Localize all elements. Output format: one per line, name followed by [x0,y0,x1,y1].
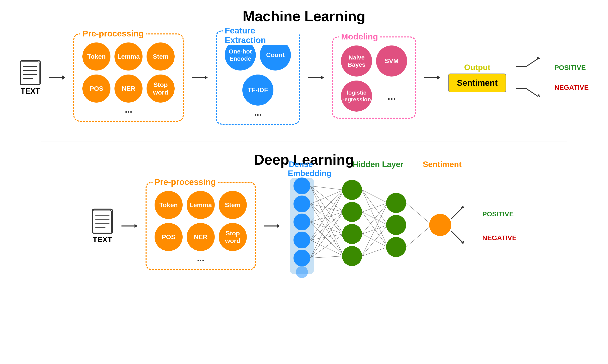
dl-node-ner: NER [187,223,215,251]
ml-node-stopword: Stopword [147,75,175,103]
ml-preprocessing-box: Pre-processing Token Lemma Stem POS NER … [73,33,184,122]
svg-marker-29 [277,224,280,228]
dl-section: Deep Learning TEXT Pre-pro [12,151,596,278]
svg-line-40 [310,186,344,256]
svg-line-50 [310,212,344,240]
svg-point-82 [386,237,406,257]
svg-line-18 [526,89,538,97]
ml-doc-icon [19,60,41,86]
dl-preprocessing-dots: ... [197,253,204,263]
ml-feature-bottom-row: TF-IDF [242,75,273,105]
ml-positive: POSITIVE [554,64,589,72]
svg-line-44 [310,204,344,256]
dl-nn-wrapper: DenseEmbedding Hidden Layer Sentiment [288,174,468,278]
ml-arrow5 [516,56,540,99]
dl-preprocessing-title: Pre-processing [152,177,218,187]
svg-line-37 [310,186,344,190]
svg-line-90 [451,231,463,243]
dl-node-token: Token [155,191,183,219]
dl-node-lemma: Lemma [187,191,215,219]
ml-feature-dots: ... [254,108,262,117]
dl-hidden-layer-label: Hidden Layer [328,160,428,169]
ml-text-label: TEXT [21,87,40,96]
svg-point-80 [386,193,406,213]
svg-marker-27 [135,224,137,228]
svg-line-45 [310,190,344,222]
svg-marker-13 [437,76,440,79]
dl-arrow2 [264,223,280,229]
ml-preprocessing-title: Pre-processing [80,29,146,39]
svg-point-33 [294,214,310,230]
svg-point-62 [342,202,362,222]
svg-line-49 [310,190,344,240]
dl-node-pos: POS [155,223,183,251]
ml-outcomes: POSITIVE NEGATIVE [554,64,589,91]
dl-outcomes: POSITIVE NEGATIVE [482,210,517,242]
svg-point-35 [294,250,310,266]
svg-point-34 [294,232,310,248]
dl-preprocessing-grid: Token Lemma Stem POS NER Stopword [155,191,247,251]
dl-doc-icon [91,208,113,234]
dl-sentiment-label: Sentiment [422,160,462,169]
ml-arrow4 [424,75,440,80]
ml-node-tfidf: TF-IDF [242,75,273,105]
ml-node-naivebayes: NaiveBayes [341,45,372,77]
svg-point-64 [342,246,362,266]
ml-negative: NEGATIVE [554,84,589,91]
svg-line-65 [362,190,388,203]
ml-feature-title: Feature Extraction [223,26,299,45]
ml-output-title: Output [464,63,490,72]
svg-line-56 [310,256,344,258]
dl-text-label: TEXT [93,235,112,244]
svg-point-87 [429,214,451,236]
ml-node-pos: POS [82,75,110,103]
dl-nn-svg [288,174,468,278]
ml-preprocessing-grid: Token Lemma Stem POS NER Stopword [82,42,175,103]
ml-modeling-dots2: ... [376,80,407,112]
ml-title: Machine Learning [243,8,365,25]
svg-rect-0 [20,61,40,85]
ml-branch-arrow-up [516,56,540,73]
ml-arrow1 [49,75,65,80]
section-separator [41,141,567,142]
ml-arrow2 [192,75,208,80]
ml-text-doc: TEXT [19,60,41,96]
dl-arrow1 [122,223,137,229]
ml-modeling-grid: NaiveBayes SVM logisticregression ... [341,45,407,112]
svg-marker-11 [321,76,324,79]
svg-line-53 [310,190,344,258]
svg-marker-9 [205,76,208,79]
ml-modeling-title: Modeling [339,32,380,41]
ml-output-box: Output Sentiment [448,63,506,92]
svg-marker-89 [461,206,464,208]
ml-node-ner: NER [114,75,143,103]
svg-point-63 [342,224,362,244]
dl-positive: POSITIVE [482,210,517,218]
svg-line-41 [310,190,344,204]
dl-diagram-row: TEXT Pre-processing Token Lemma Stem POS… [12,174,596,278]
ml-node-svm: SVM [376,45,407,77]
dl-negative: NEGATIVE [482,234,517,242]
dl-dense-embed-label: DenseEmbedding [288,160,314,178]
ml-modeling-box: Modeling NaiveBayes SVM logisticregressi… [332,37,416,119]
ml-arrow3 [308,75,324,80]
svg-marker-7 [62,76,65,79]
svg-line-55 [310,234,344,258]
svg-line-83 [406,203,432,225]
svg-line-85 [406,225,432,247]
ml-node-lemma: Lemma [114,42,143,70]
ml-feature-box: Feature Extraction One-hotEncode Count T… [216,30,300,125]
svg-point-31 [294,178,310,194]
ml-preprocessing-dots: ... [125,104,132,115]
svg-rect-20 [92,209,112,233]
ml-branch-arrow-down [516,82,540,99]
svg-line-39 [310,186,344,234]
svg-point-32 [294,195,310,212]
ml-diagram-row: TEXT Pre-processing Token Lemma Stem POS… [12,30,596,125]
ml-output-sentiment: Sentiment [457,78,498,88]
dl-preprocessing-box: Pre-processing Token Lemma Stem POS NER … [146,182,256,270]
ml-node-stem: Stem [147,42,175,70]
ml-output-rect: Sentiment [448,74,506,92]
dl-node-stem: Stem [219,191,247,219]
dl-text-doc: TEXT [91,208,113,244]
